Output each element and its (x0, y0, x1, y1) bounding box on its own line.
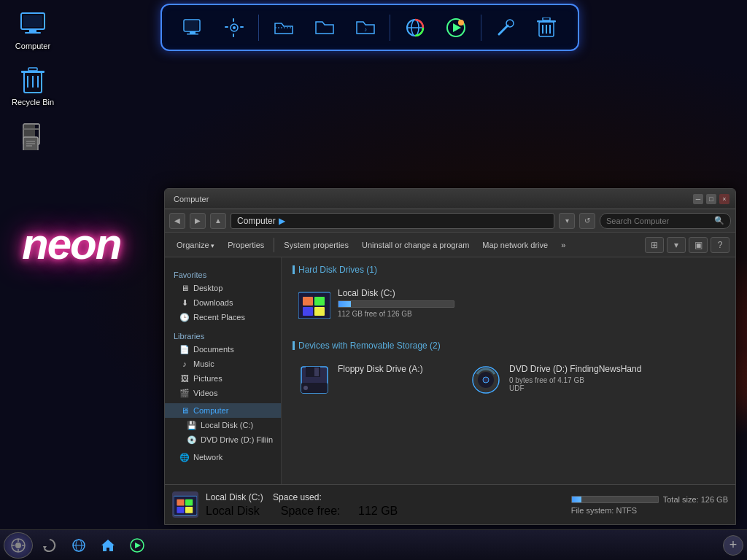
status-space-free-value: 112 GB (358, 505, 398, 518)
system-properties-button[interactable]: System properties (278, 238, 355, 252)
status-drive-icon (172, 491, 198, 518)
svg-rect-39 (546, 25, 547, 34)
taskbar-media-icon[interactable] (124, 532, 150, 559)
nav-item-dvd-drive-d[interactable]: 💿 DVD Drive (D:) Filiin (165, 432, 281, 447)
up-button[interactable]: ▲ (210, 213, 226, 229)
dvd-drive-size: 0 bytes free of 4.17 GB (509, 376, 641, 384)
more-button[interactable]: » (555, 238, 571, 252)
libraries-section-label[interactable]: Libraries (165, 327, 281, 342)
nav-item-music[interactable]: ♪ Music (165, 357, 281, 371)
status-total-size: Total size: 126 GB (663, 495, 728, 504)
nav-item-pictures[interactable]: 🖼 Pictures (165, 371, 281, 386)
forward-button[interactable]: ▶ (190, 213, 206, 229)
view-dropdown-button[interactable]: ▾ (667, 237, 686, 253)
nav-item-videos[interactable]: 🎬 Videos (165, 386, 281, 400)
drive-c-bar-container (338, 300, 454, 308)
top-bar-folder-music-icon[interactable]: ♪ (349, 12, 382, 44)
uninstall-button[interactable]: Uninstall or change a program (356, 238, 475, 252)
svg-point-36 (506, 20, 514, 27)
floppy-drive-name: Floppy Disk Drive (A:) (338, 364, 447, 374)
top-bar-divider-3 (481, 15, 481, 41)
help-button[interactable]: ? (711, 237, 729, 253)
taskbar-ie-icon[interactable] (66, 532, 92, 559)
nav-item-downloads[interactable]: ⬇ Downloads (165, 295, 281, 310)
back-button[interactable]: ◀ (169, 213, 185, 229)
local-disk-c-nav-icon: 💾 (187, 420, 197, 430)
floppy-drive-info: Floppy Disk Drive (A:) (338, 364, 447, 376)
svg-point-55 (483, 377, 489, 383)
network-nav-icon: 🌐 (179, 452, 190, 462)
search-icon: 🔍 (714, 216, 724, 225)
nav-section-libraries: Libraries 📄 Documents ♪ Music 🖼 Pictures (165, 327, 281, 400)
desktop-icon-documents[interactable] (4, 116, 62, 160)
taskbar-refresh-icon[interactable] (36, 532, 63, 559)
toolbar-right: ⊞ ▾ ▣ ? (645, 237, 729, 253)
svg-rect-58 (185, 499, 193, 506)
top-bar-computer-icon[interactable] (177, 12, 209, 44)
address-path-text: Computer (237, 216, 276, 226)
nav-item-local-disk-c[interactable]: 💾 Local Disk (C:) (165, 418, 281, 432)
pictures-nav-icon: 🖼 (179, 373, 190, 384)
svg-rect-7 (37, 76, 39, 88)
drive-item-dvd[interactable]: DVD Drive (D:) FindingNewsHand 0 bytes f… (464, 358, 647, 402)
refresh-button[interactable]: ↺ (579, 213, 595, 229)
nav-pane: Favorites 🖥 Desktop ⬇ Downloads 🕒 Recent… (165, 257, 282, 484)
drive-item-c[interactable]: Local Disk (C:) 112 GB free of 126 GB (293, 282, 460, 326)
drive-c-name: Local Disk (C:) (338, 288, 454, 298)
start-button[interactable] (4, 532, 33, 559)
svg-marker-73 (135, 542, 141, 548)
svg-rect-59 (177, 507, 184, 513)
drive-c-info: Local Disk (C:) 112 GB free of 126 GB (338, 288, 454, 318)
nav-item-network[interactable]: 🌐 Network (165, 450, 281, 464)
address-path[interactable]: Computer ▶ (231, 213, 554, 229)
map-network-button[interactable]: Map network drive (476, 238, 554, 252)
nav-item-computer[interactable]: 🖥 Computer (165, 403, 281, 418)
desktop-icon-computer[interactable]: Computer (4, 4, 62, 56)
svg-rect-40 (549, 25, 551, 34)
top-bar-tool-icon[interactable] (489, 12, 522, 44)
main-content: Hard Disk Drives (1) (282, 257, 735, 484)
search-box[interactable]: Search Computer 🔍 (600, 213, 731, 229)
taskbar-home-icon[interactable] (95, 532, 121, 559)
nav-item-desktop[interactable]: 🖥 Desktop (165, 281, 281, 295)
svg-rect-47 (314, 307, 325, 316)
taskbar-add-button[interactable]: + (723, 535, 743, 556)
properties-button[interactable]: Properties (222, 238, 270, 252)
address-bar: ◀ ▶ ▲ Computer ▶ ▾ ↺ Search Computer 🔍 (165, 209, 735, 233)
nav-item-documents[interactable]: 📄 Documents (165, 342, 281, 357)
view-toggle-button[interactable]: ⊞ (645, 237, 664, 253)
svg-rect-44 (303, 297, 313, 306)
drive-c-size: 112 GB free of 126 GB (338, 310, 454, 318)
organize-button[interactable]: Organize (171, 238, 220, 252)
desktop-nav-icon: 🖥 (179, 283, 190, 293)
svg-rect-42 (543, 18, 550, 20)
desktop-icon-recycle-bin[interactable]: Recycle Bin (4, 60, 62, 112)
svg-rect-19 (185, 21, 198, 30)
dvd-drive-d-nav-icon: 💿 (187, 435, 197, 445)
top-bar-trash-icon[interactable] (530, 12, 562, 44)
nav-item-recent-places[interactable]: 🕒 Recent Places (165, 310, 281, 324)
top-bar-folder-icon[interactable] (309, 12, 341, 44)
svg-rect-38 (542, 25, 543, 34)
favorites-section-label[interactable]: Favorites (165, 266, 281, 281)
svg-rect-57 (177, 499, 184, 506)
address-dropdown-button[interactable]: ▾ (559, 213, 575, 229)
toolbar: Organize Properties System properties Un… (165, 233, 735, 257)
maximize-button[interactable]: □ (706, 194, 716, 204)
removable-section-header: Devices with Removable Storage (2) (293, 341, 724, 351)
top-bar-settings-icon[interactable] (218, 12, 250, 44)
dvd-drive-name: DVD Drive (D:) FindingNewsHand (509, 364, 641, 374)
status-bar-row: Total size: 126 GB (571, 495, 728, 504)
svg-point-52 (303, 386, 308, 390)
computer-icon (18, 9, 47, 39)
minimize-button[interactable]: ─ (693, 194, 703, 204)
close-button[interactable]: × (719, 194, 729, 204)
drive-item-floppy[interactable]: Floppy Disk Drive (A:) (293, 358, 453, 402)
top-bar-media-icon[interactable] (440, 12, 472, 44)
top-bar-ie-icon[interactable] (399, 12, 431, 44)
removable-drives-grid: Floppy Disk Drive (A:) (293, 358, 724, 402)
top-bar-folder-open-icon[interactable] (268, 12, 300, 44)
status-drive-name: Local Disk (C:) Space used: (206, 492, 564, 502)
preview-button[interactable]: ▣ (689, 237, 708, 253)
svg-rect-27 (240, 26, 244, 28)
